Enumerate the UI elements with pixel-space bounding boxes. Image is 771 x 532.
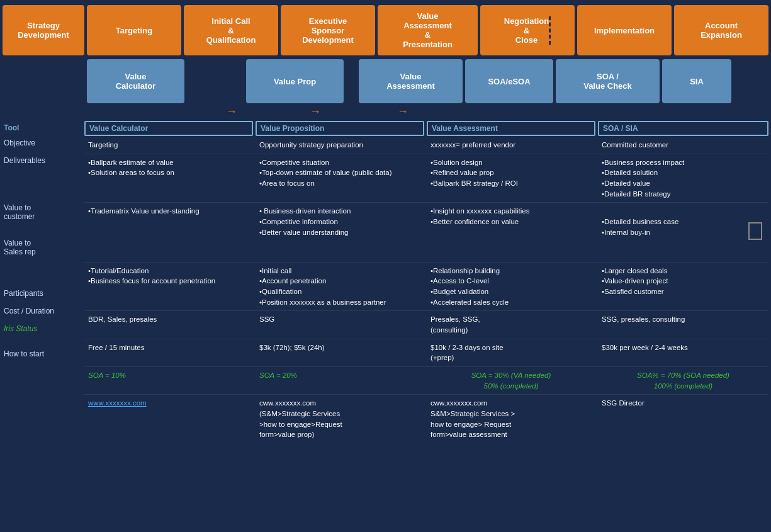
label-how-to-start: How to start [3, 347, 84, 385]
cell-cost-0: Free / 15 minutes [84, 340, 253, 366]
howto-link-0[interactable]: www.xxxxxxx.com [88, 399, 147, 407]
cell-part-0: BDR, Sales, presales [84, 312, 253, 337]
arrow-right-2: → [310, 105, 321, 118]
cell-iris-3: SOA% = 70% (SOA needed) 100% (completed) [598, 368, 768, 393]
highlight-box [748, 222, 762, 240]
tool-soa-value-check: SOA / Value Check [556, 59, 660, 103]
row-deliverables: •Ballpark estimate of value •Solution ar… [84, 155, 768, 202]
cell-valuesrep-2: •Relationship building •Access to C-leve… [427, 263, 595, 310]
label-objective: Objective [3, 136, 84, 154]
tool-header-row: Value Calculator Value Proposition Value… [84, 121, 768, 136]
cell-objective-1: Opportunity strategy preparation [256, 137, 424, 153]
cell-howto-0: www.xxxxxxx.com [84, 395, 253, 443]
cell-valuesrep-0: •Tutorial/Education •Business focus for … [84, 263, 253, 310]
cell-part-2: Presales, SSG, (consulting) [427, 312, 595, 337]
cell-deliverables-0: •Ballpark estimate of value •Solution ar… [84, 155, 253, 202]
tool-header-soa-sia: SOA / SIA [598, 121, 768, 136]
tool-sia: SIA [662, 59, 731, 103]
cell-valuesrep-3: •Larger closed deals •Value-driven proje… [598, 263, 768, 310]
row-howto: www.xxxxxxx.com cww.xxxxxxx.com (S&M>Str… [84, 395, 768, 443]
main-content: Tool Objective Deliverables Value to cus… [0, 118, 771, 443]
cell-deliverables-1: •Competitive situation •Top-down estimat… [256, 155, 424, 202]
row-objective: Targeting Opportunity strategy preparati… [84, 137, 768, 153]
cell-valuecust-0: •Tradematrix Value under-standing [84, 203, 253, 261]
cell-cost-2: $10k / 2-3 days on site (+prep) [427, 340, 595, 366]
label-tool: Tool [3, 121, 84, 136]
stage-executive-sponsor: Executive Sponsor Development [281, 5, 375, 55]
tool-value-prop: Value Prop [246, 59, 344, 103]
data-columns: Value Calculator Value Proposition Value… [84, 121, 768, 443]
stage-row: Strategy Development Targeting Initial C… [0, 0, 771, 58]
cell-iris-1: SOA = 20% [256, 368, 424, 393]
tool-value-calculator: Value Calculator [87, 59, 184, 103]
arrow-right-3: → [397, 105, 408, 118]
cell-objective-0: Targeting [84, 137, 253, 153]
cell-howto-1: cww.xxxxxxx.com (S&M>Strategic Services … [256, 395, 424, 443]
tool-soa-esoa: SOA/eSOA [465, 59, 553, 103]
row-participants: BDR, Sales, presales SSG Presales, SSG, … [84, 312, 768, 337]
tool-header-value-calc: Value Calculator [84, 121, 253, 136]
label-iris-status: Iris Status [3, 322, 84, 347]
label-column: Tool Objective Deliverables Value to cus… [3, 121, 84, 443]
cell-deliverables-3: •Business process impact •Detailed solut… [598, 155, 768, 202]
cell-valuecust-3: •Detailed business case •Internal buy-in [598, 203, 768, 261]
stage-implementation: Implementation [577, 5, 672, 55]
label-value-salesrep: Value to Sales rep [3, 236, 84, 286]
cell-part-3: SSG, presales, consulting [598, 312, 768, 337]
label-cost-duration: Cost / Duration [3, 304, 84, 322]
cell-valuesrep-1: •Initial call •Account penetration •Qual… [256, 263, 424, 310]
cell-objective-3: Committed customer [598, 137, 768, 153]
row-cost: Free / 15 minutes $3k (72h); $5k (24h) $… [84, 340, 768, 366]
cell-howto-2: cww.xxxxxxx.com S&M>Strategic Services >… [427, 395, 595, 443]
tool-header-value-assess: Value Assessment [427, 121, 595, 136]
stage-account-expansion: Account Expansion [674, 5, 768, 55]
stage-initial-call: Initial Call & Qualification [184, 5, 278, 55]
cell-valuecust-1: • Business-driven interaction •Competiti… [256, 203, 424, 261]
cell-objective-2: xxxxxxx= preferred vendor [427, 137, 595, 153]
label-participants: Participants [3, 286, 84, 304]
cell-part-1: SSG [256, 312, 424, 337]
tool-value-assessment: Value Assessment [359, 59, 463, 103]
cell-iris-2: SOA = 30% (VA needed) 50% (completed) [427, 368, 595, 393]
stage-negotiation: Negotiation & Close [480, 5, 575, 55]
cell-iris-0: SOA = 10% [84, 368, 253, 393]
row-iris: SOA = 10% SOA = 20% SOA = 30% (VA needed… [84, 368, 768, 393]
cell-cost-1: $3k (72h); $5k (24h) [256, 340, 424, 366]
arrow-right-1: → [226, 105, 237, 118]
row-value-customer: •Tradematrix Value under-standing • Busi… [84, 203, 768, 261]
tool-header-value-prop: Value Proposition [256, 121, 424, 136]
stage-targeting: Targeting [87, 5, 181, 55]
cell-cost-3: $30k per week / 2-4 weeks [598, 340, 768, 366]
stage-value-assessment: Value Assessment & Presentation [378, 5, 478, 55]
cell-valuecust-2: •Insight on xxxxxxx capabilities •Better… [427, 203, 595, 261]
row-value-salesrep: •Tutorial/Education •Business focus for … [84, 263, 768, 310]
cell-howto-3: SSG Director [598, 395, 768, 443]
cell-deliverables-2: •Solution design •Refined value prop •Ba… [427, 155, 595, 202]
label-value-customer: Value to customer [3, 201, 84, 236]
label-deliverables: Deliverables [3, 154, 84, 201]
stage-strategy: Strategy Development [3, 5, 84, 55]
